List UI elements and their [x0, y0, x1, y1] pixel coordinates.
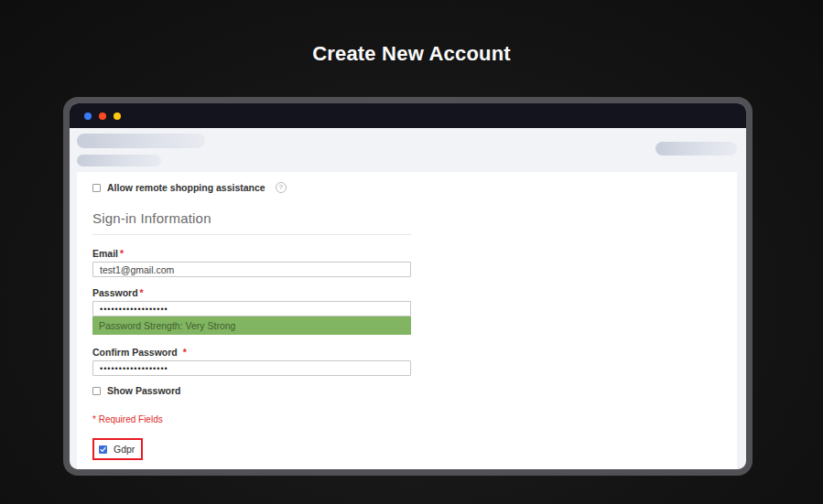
window-control-dot-yellow[interactable] — [114, 113, 121, 120]
required-fields-note: * Required Fields — [92, 414, 737, 424]
checkmark-icon — [100, 446, 106, 453]
window-control-dot-red[interactable] — [99, 113, 106, 120]
email-required-marker: * — [120, 248, 124, 259]
remote-assistance-label: Allow remote shopping assistance — [107, 182, 265, 193]
remote-assistance-checkbox[interactable] — [92, 184, 101, 192]
show-password-checkbox[interactable] — [92, 387, 101, 395]
email-label-text: Email — [92, 248, 118, 259]
gdpr-label: Gdpr — [114, 444, 135, 455]
help-icon[interactable]: ? — [276, 182, 287, 193]
show-password-label: Show Password — [107, 385, 181, 396]
skeleton-pill-right — [655, 142, 737, 155]
window-control-dot-blue[interactable] — [84, 113, 92, 120]
gdpr-checkbox[interactable] — [99, 445, 107, 454]
gdpr-highlight-box: Gdpr — [92, 438, 143, 460]
confirm-password-field[interactable] — [92, 360, 411, 376]
create-account-button[interactable]: Create an Account — [92, 475, 200, 476]
page-title: Create New Account — [0, 42, 823, 66]
skeleton-bar-large — [77, 134, 205, 148]
password-strength-meter: Password Strength: Very Strong — [92, 316, 411, 335]
window-titlebar — [70, 103, 746, 128]
section-title-sign-in: Sign-in Information — [92, 210, 411, 235]
password-field[interactable] — [92, 301, 411, 316]
browser-window: Allow remote shopping assistance ? Sign-… — [63, 97, 753, 476]
email-field[interactable] — [92, 262, 411, 277]
skeleton-bar-small — [77, 155, 161, 166]
password-label-text: Password — [92, 287, 138, 298]
password-required-marker: * — [140, 287, 144, 298]
confirm-password-required-marker: * — [183, 347, 187, 358]
gdpr-row: Gdpr — [99, 444, 135, 455]
show-password-row: Show Password — [92, 385, 737, 396]
browser-chrome-skeleton — [70, 128, 746, 172]
password-label: Password* — [92, 287, 737, 298]
account-form: Allow remote shopping assistance ? Sign-… — [77, 172, 737, 469]
confirm-password-label: Confirm Password* — [92, 347, 737, 358]
confirm-password-label-text: Confirm Password — [92, 347, 178, 358]
remote-assistance-row: Allow remote shopping assistance ? — [92, 182, 737, 193]
email-label: Email* — [92, 248, 737, 259]
